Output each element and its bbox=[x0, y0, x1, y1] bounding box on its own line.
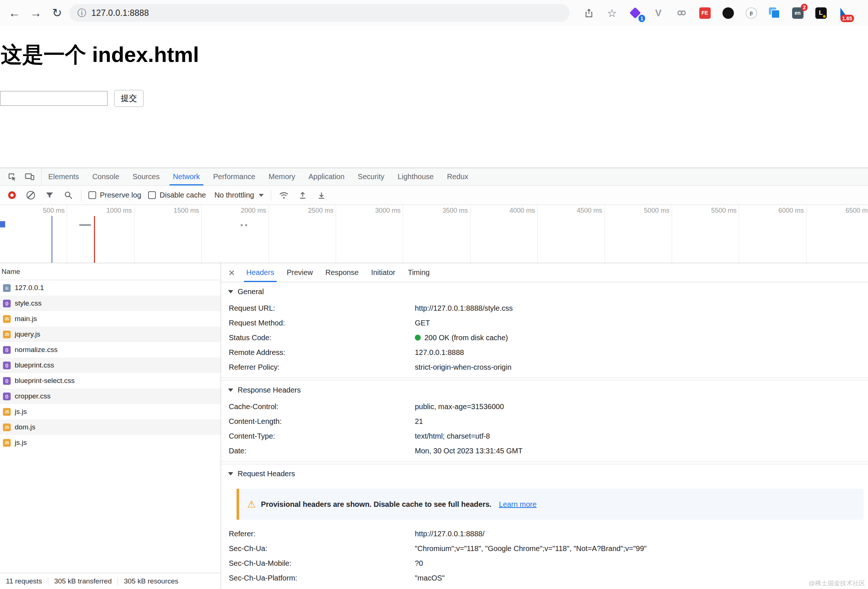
checkbox-box[interactable] bbox=[148, 191, 156, 199]
site-info-icon[interactable]: ⓘ bbox=[77, 7, 86, 19]
detail-tab[interactable]: Timing bbox=[402, 263, 436, 282]
headers-content: General Request URL: http://127.0.0.1:88… bbox=[221, 282, 868, 589]
header-row: Content-Type: text/html; charset=utf-8 bbox=[221, 429, 868, 443]
back-button[interactable]: ← bbox=[5, 4, 24, 22]
request-name: style.css bbox=[15, 299, 41, 308]
disable-cache-label[interactable]: Disable cache bbox=[159, 191, 206, 200]
toolbar-divider bbox=[271, 190, 271, 201]
extension-leetcode-icon[interactable]: L bbox=[813, 6, 828, 20]
clear-network-log-icon[interactable] bbox=[25, 189, 37, 201]
disclosure-triangle-icon[interactable] bbox=[228, 472, 233, 475]
detail-tab[interactable]: Preview bbox=[280, 263, 319, 282]
request-headers-section-header[interactable]: Request Headers bbox=[221, 465, 868, 483]
preserve-log-checkbox[interactable]: Preserve log bbox=[89, 191, 141, 200]
request-name: normalize.css bbox=[15, 346, 58, 354]
section-divider bbox=[221, 461, 868, 465]
detail-tab[interactable]: Initiator bbox=[365, 263, 402, 282]
network-conditions-icon[interactable] bbox=[278, 189, 290, 201]
request-row[interactable]: style.css bbox=[0, 296, 221, 311]
disclosure-triangle-icon[interactable] bbox=[228, 388, 233, 392]
request-row[interactable]: dom.js bbox=[0, 419, 221, 435]
name-column-header[interactable]: Name bbox=[0, 263, 221, 280]
header-key: Referer: bbox=[229, 530, 415, 538]
bookmark-star-icon[interactable]: ☆ bbox=[605, 6, 619, 20]
devtools-tab[interactable]: Security bbox=[351, 168, 391, 185]
request-row[interactable]: blueprint-select.css bbox=[0, 373, 221, 388]
forward-button[interactable]: → bbox=[27, 4, 45, 22]
extension-sail-icon[interactable]: 1.65 bbox=[837, 6, 852, 20]
filter-icon[interactable] bbox=[43, 189, 55, 201]
extension-dark-circle-icon[interactable] bbox=[720, 6, 735, 20]
device-toolbar-icon[interactable] bbox=[24, 171, 35, 183]
request-list-panel: Name 127.0.0.1 style.css main bbox=[0, 263, 221, 589]
preserve-log-label[interactable]: Preserve log bbox=[100, 191, 141, 200]
form-row: 提交 bbox=[0, 90, 868, 107]
devtools-tab[interactable]: Memory bbox=[262, 168, 302, 185]
inspect-element-icon[interactable] bbox=[6, 171, 18, 183]
extension-ring-icon[interactable]: (i bbox=[744, 6, 759, 20]
checkbox-box[interactable] bbox=[89, 191, 96, 199]
devtools-tab[interactable]: Lighthouse bbox=[391, 168, 440, 185]
close-icon[interactable]: × bbox=[229, 267, 235, 278]
learn-more-link[interactable]: Learn more bbox=[499, 500, 536, 509]
share-icon[interactable] bbox=[582, 6, 596, 20]
throttling-select[interactable]: No throttling bbox=[214, 191, 264, 200]
header-value: http://127.0.0.1:8888/ bbox=[415, 530, 484, 538]
reload-button[interactable]: ↻ bbox=[48, 4, 66, 22]
timeline-gridline: 2500 ms bbox=[269, 205, 336, 263]
search-icon[interactable] bbox=[62, 189, 74, 201]
devtools-tab[interactable]: Redux bbox=[440, 168, 475, 185]
detail-tab[interactable]: Response bbox=[319, 263, 365, 282]
import-har-icon[interactable] bbox=[297, 189, 309, 201]
devtools-tab[interactable]: Sources bbox=[126, 168, 166, 185]
extension-translate-icon[interactable]: en 2 bbox=[790, 6, 805, 20]
request-row[interactable]: js.js bbox=[0, 435, 221, 450]
response-header-rows: Cache-Control: public, max-age=31536000 … bbox=[221, 399, 868, 458]
devtools-tab[interactable]: Application bbox=[302, 168, 351, 185]
export-har-icon[interactable] bbox=[316, 189, 328, 201]
timeline-gridline: 3500 ms bbox=[403, 205, 470, 263]
detail-tab[interactable]: Headers bbox=[240, 263, 281, 282]
request-row[interactable]: cropper.css bbox=[0, 388, 221, 404]
request-name: js.js bbox=[15, 408, 27, 416]
timeline-grid: 500 ms 1000 ms 1500 ms 2000 ms 2500 ms 3… bbox=[0, 205, 868, 263]
timeline-label: 6500 ms bbox=[846, 205, 868, 215]
devtools-tab[interactable]: Performance bbox=[207, 168, 262, 185]
header-value: ?0 bbox=[415, 559, 423, 568]
disable-cache-checkbox[interactable]: Disable cache bbox=[148, 191, 206, 200]
url-text[interactable]: 127.0.0.1:8888 bbox=[92, 8, 149, 18]
page-text-input[interactable] bbox=[0, 91, 108, 106]
request-row[interactable]: jquery.js bbox=[0, 327, 221, 342]
header-value-text: GET bbox=[415, 319, 430, 327]
request-row[interactable]: normalize.css bbox=[0, 342, 221, 358]
header-key: Request URL: bbox=[229, 304, 415, 312]
extension-vimium-icon[interactable]: V bbox=[651, 6, 666, 20]
general-section-header[interactable]: General bbox=[221, 282, 868, 301]
record-network-log-icon[interactable] bbox=[6, 189, 18, 201]
submit-button[interactable]: 提交 bbox=[114, 90, 144, 107]
request-row[interactable]: 127.0.0.1 bbox=[0, 280, 221, 296]
disclosure-triangle-icon[interactable] bbox=[228, 290, 233, 293]
request-row[interactable]: js.js bbox=[0, 404, 221, 419]
response-headers-section-header[interactable]: Response Headers bbox=[221, 381, 868, 399]
extension-fe-icon[interactable]: FE bbox=[697, 6, 712, 20]
header-key: Remote Address: bbox=[229, 348, 415, 357]
throttling-value[interactable]: No throttling bbox=[214, 191, 254, 200]
header-value: 21 bbox=[415, 417, 423, 426]
warning-icon: ⚠ bbox=[247, 499, 256, 510]
header-value: 200 OK (from disk cache) bbox=[415, 334, 508, 342]
extension-gem-icon[interactable]: 1 bbox=[628, 6, 642, 20]
header-value: public, max-age=31536000 bbox=[415, 403, 504, 411]
request-row[interactable]: main.js bbox=[0, 311, 221, 327]
extension-links-icon[interactable] bbox=[674, 6, 689, 20]
devtools-tab[interactable]: Network bbox=[166, 168, 206, 185]
file-type-icon bbox=[3, 346, 11, 354]
extension-blue-squares-icon[interactable] bbox=[767, 6, 782, 20]
devtools-tab[interactable]: Elements bbox=[41, 168, 86, 185]
request-row[interactable]: blueprint.css bbox=[0, 358, 221, 373]
devtools-tab[interactable]: Console bbox=[86, 168, 125, 185]
address-bar[interactable]: ⓘ 127.0.0.1:8888 bbox=[69, 4, 570, 22]
timeline-request-chip bbox=[0, 221, 5, 228]
header-row: Sec-Ch-Ua: "Chromium";v="118", "Google C… bbox=[221, 541, 868, 556]
header-value-text: 127.0.0.1:8888 bbox=[415, 348, 464, 357]
